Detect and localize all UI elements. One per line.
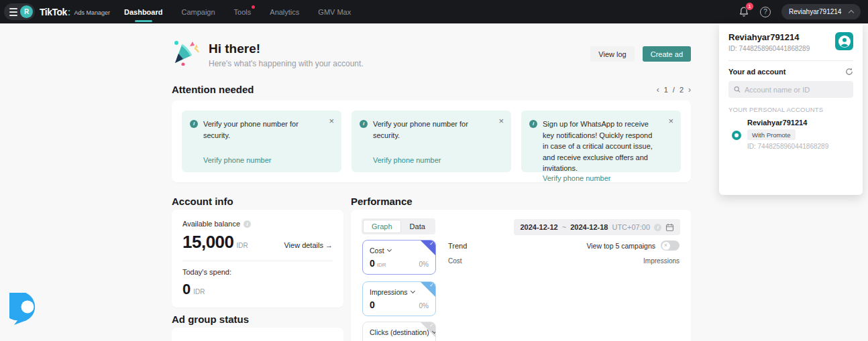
metric-value-row: 0 IDR 0% bbox=[370, 258, 429, 269]
toggle-knob: × bbox=[662, 242, 670, 250]
view-details-link[interactable]: View details → bbox=[284, 241, 333, 249]
balance-value-row: 15,000 IDR View details → bbox=[182, 232, 333, 253]
pager-prev-button[interactable]: ‹ bbox=[657, 85, 659, 94]
metric-card-cost[interactable]: ✓ Cost 0 IDR 0% bbox=[362, 240, 436, 275]
metric-value: 0 bbox=[370, 299, 375, 310]
ad-group-status-card bbox=[172, 328, 343, 341]
refresh-icon[interactable] bbox=[845, 68, 853, 76]
tiktok-ads-manager-logo[interactable]: TikTok: Ads Manager bbox=[40, 0, 110, 23]
chevron-down-icon bbox=[411, 289, 415, 293]
view-log-button[interactable]: View log bbox=[590, 46, 634, 62]
main-nav-tabs: Dashboard Campaign Tools Analytics GMV M… bbox=[124, 0, 351, 23]
metric-label-row[interactable]: Cost bbox=[370, 247, 429, 255]
chevron-up-icon bbox=[849, 10, 854, 15]
metric-label: Impressions bbox=[370, 288, 408, 296]
date-separator: ~ bbox=[562, 223, 566, 231]
welcome-title: Hi there! bbox=[209, 42, 260, 56]
help-button[interactable]: ? bbox=[760, 7, 771, 17]
attention-card-whatsapp: i Sign up for WhatsApp to receive key no… bbox=[521, 111, 681, 172]
account-dropdown-panel: Reviahyar791214 ID: 7448258960441868289 … bbox=[719, 23, 863, 195]
account-info-card: Available balance i 15,000 IDR View deta… bbox=[172, 210, 343, 308]
tab-graph[interactable]: Graph bbox=[363, 220, 401, 233]
verify-phone-link[interactable]: Verify phone number bbox=[203, 156, 333, 164]
balance-info-icon[interactable]: i bbox=[243, 220, 251, 228]
pager-separator: / bbox=[673, 86, 675, 94]
tab-data[interactable]: Data bbox=[401, 220, 434, 233]
tiktok-ads-manager-dashboard: R TikTok: Ads Manager Dashboard Campaign… bbox=[0, 0, 868, 341]
account-search-input[interactable] bbox=[745, 86, 848, 94]
balance-currency: IDR bbox=[237, 242, 248, 249]
verify-phone-link[interactable]: Verify phone number bbox=[373, 156, 503, 164]
metric-unit: IDR bbox=[377, 262, 386, 268]
tools-notification-dot bbox=[252, 5, 255, 9]
todays-spend-label: Today's spend: bbox=[182, 268, 333, 276]
person-icon bbox=[837, 34, 852, 49]
personal-account-item[interactable]: Reviahyar791214 With Promote ID: 7448258… bbox=[728, 119, 853, 150]
attention-card-verify-phone-2: i Verify your phone number for security.… bbox=[351, 111, 511, 172]
chat-bubble-overlay-logo bbox=[9, 293, 42, 326]
your-ad-account-row: Your ad account bbox=[728, 68, 853, 76]
date-range-picker[interactable]: 2024-12-12 ~ 2024-12-18 UTC+07:00 i bbox=[514, 219, 680, 235]
metric-card-clicks-destination[interactable]: ✓ Clicks (destination) bbox=[362, 322, 436, 341]
attention-needed-title: Attention needed bbox=[172, 84, 254, 95]
tab-gmv-max[interactable]: GMV Max bbox=[318, 0, 351, 23]
timezone-label: UTC+07:00 bbox=[612, 223, 650, 231]
info-icon: i bbox=[360, 120, 368, 128]
spend-value: 0 bbox=[182, 281, 191, 298]
view-top-campaigns-row: View top 5 campaigns × bbox=[586, 241, 680, 251]
spend-currency: IDR bbox=[193, 288, 205, 295]
ad-group-status-title: Ad group status bbox=[172, 314, 249, 325]
pager-total: 2 bbox=[680, 86, 684, 94]
date-start: 2024-12-12 bbox=[520, 223, 557, 231]
view-top-campaigns-label: View top 5 campaigns bbox=[586, 242, 655, 250]
personal-accounts-section-label: YOUR PERSONAL ACCOUNTS bbox=[728, 106, 853, 113]
tab-tools[interactable]: Tools bbox=[234, 0, 252, 23]
party-popper-icon bbox=[172, 39, 201, 66]
notifications-button[interactable]: 1 bbox=[739, 6, 749, 17]
trend-label: Trend bbox=[448, 242, 467, 250]
metric-card-impressions[interactable]: ✓ Impressions 0 0% bbox=[362, 281, 436, 316]
available-balance-label: Available balance bbox=[182, 220, 240, 228]
chevron-down-icon bbox=[387, 247, 392, 252]
performance-title: Performance bbox=[351, 196, 413, 207]
attention-card-header: i Verify your phone number for security. bbox=[360, 119, 503, 141]
user-avatar[interactable]: R bbox=[20, 5, 33, 18]
calendar-icon bbox=[665, 223, 674, 232]
your-ad-account-label: Your ad account bbox=[728, 68, 785, 76]
close-icon[interactable]: × bbox=[498, 117, 504, 125]
pager-next-button[interactable]: › bbox=[688, 85, 691, 94]
info-icon: i bbox=[529, 120, 537, 128]
account-switcher-pill[interactable]: Reviahyar791214 bbox=[781, 4, 861, 19]
account-search-box[interactable] bbox=[728, 81, 853, 98]
nav-menu-avatar-pill[interactable]: R bbox=[4, 3, 35, 20]
metric-label-row[interactable]: Impressions bbox=[370, 288, 429, 296]
attention-cards-container: i Verify your phone number for security.… bbox=[172, 100, 691, 182]
verify-phone-link[interactable]: Verify phone number bbox=[543, 174, 673, 182]
metric-percent: 0% bbox=[419, 261, 429, 268]
date-end: 2024-12-18 bbox=[570, 223, 608, 231]
account-info-title: Account info bbox=[172, 196, 233, 207]
hamburger-menu-icon[interactable] bbox=[9, 8, 17, 16]
tab-analytics[interactable]: Analytics bbox=[270, 0, 299, 23]
account-pill-label: Reviahyar791214 bbox=[789, 8, 841, 15]
radio-selected-icon[interactable] bbox=[732, 131, 741, 140]
panel-avatar bbox=[835, 32, 853, 50]
attention-pager: ‹ 1 / 2 › bbox=[657, 85, 691, 94]
nav-right-actions: 1 ? Reviahyar791214 bbox=[739, 0, 861, 23]
performance-card: Graph Data 2024-12-12 ~ 2024-12-18 UTC+0… bbox=[351, 210, 691, 341]
create-ad-button[interactable]: Create ad bbox=[643, 46, 691, 62]
personal-account-id: ID: 7448258960441868289 bbox=[747, 143, 853, 150]
attention-card-header: i Verify your phone number for security. bbox=[190, 119, 333, 141]
timezone-info-icon[interactable]: i bbox=[654, 224, 661, 231]
metric-label-row[interactable]: Clicks (destination) bbox=[370, 328, 429, 336]
trend-right-axis-label: Impressions bbox=[643, 257, 680, 265]
view-top-campaigns-toggle[interactable]: × bbox=[661, 241, 680, 251]
tab-campaign[interactable]: Campaign bbox=[181, 0, 215, 23]
close-icon[interactable]: × bbox=[329, 117, 334, 125]
attention-card-title: Sign up for WhatsApp to receive key noti… bbox=[543, 119, 659, 174]
check-icon: ✓ bbox=[429, 241, 434, 247]
metric-label: Cost bbox=[370, 247, 384, 255]
close-icon[interactable]: × bbox=[668, 117, 673, 125]
tab-dashboard[interactable]: Dashboard bbox=[124, 0, 162, 23]
personal-account-name: Reviahyar791214 bbox=[747, 119, 853, 127]
